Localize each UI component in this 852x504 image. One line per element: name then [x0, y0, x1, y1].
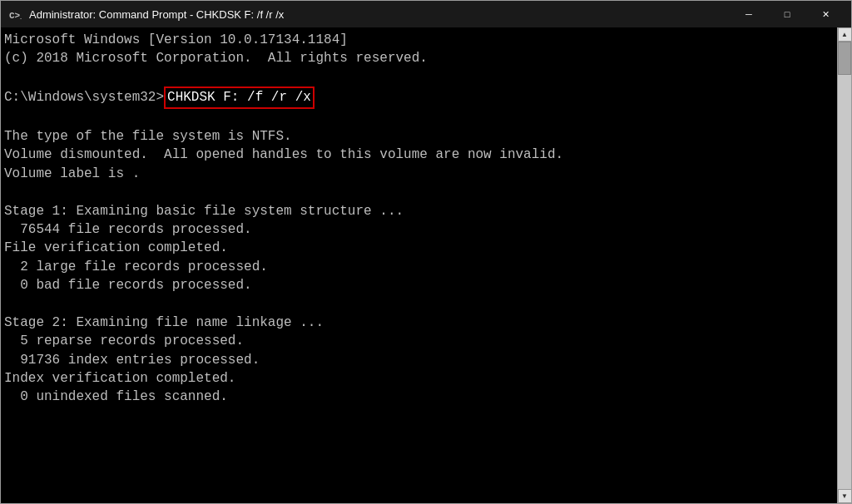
output-line-9 — [4, 183, 834, 201]
command-text: CHKDSK F: /f /r /x — [164, 86, 315, 108]
output-line-3 — [4, 68, 834, 86]
output-line-18: 91736 index entries processed. — [4, 351, 834, 369]
output-line-2: (c) 2018 Microsoft Corporation. All righ… — [4, 49, 834, 67]
scrollbar[interactable]: ▲ ▼ — [837, 27, 851, 503]
title-bar: C>_ Administrator: Command Prompt - CHKD… — [1, 1, 851, 27]
maximize-button[interactable]: □ — [768, 1, 806, 27]
minimize-button[interactable]: ─ — [730, 1, 768, 27]
window-controls: ─ □ ✕ — [730, 1, 845, 27]
output-line-12: File verification completed. — [4, 239, 834, 257]
output-line-17: 5 reparse records processed. — [4, 332, 834, 350]
output-line-14: 0 bad file records processed. — [4, 276, 834, 294]
window: C>_ Administrator: Command Prompt - CHKD… — [0, 0, 852, 504]
scroll-down-button[interactable]: ▼ — [838, 489, 852, 503]
scrollbar-thumb[interactable] — [838, 42, 851, 75]
output-line-6: The type of the file system is NTFS. — [4, 127, 834, 146]
terminal-output[interactable]: Microsoft Windows [Version 10.0.17134.11… — [1, 27, 837, 503]
output-line-11: 76544 file records processed. — [4, 220, 834, 239]
output-line-8: Volume label is . — [4, 165, 834, 183]
scrollbar-track[interactable] — [838, 42, 851, 489]
svg-text:C>_: C>_ — [9, 11, 22, 21]
output-line-15 — [4, 294, 834, 313]
close-button[interactable]: ✕ — [806, 1, 845, 27]
output-line-10: Stage 1: Examining basic file system str… — [4, 202, 834, 220]
scroll-up-button[interactable]: ▲ — [838, 27, 852, 42]
output-line-5 — [4, 109, 834, 127]
cmd-icon: C>_ — [7, 7, 22, 22]
output-line-1: Microsoft Windows [Version 10.0.17134.11… — [4, 31, 834, 49]
output-line-7: Volume dismounted. All opened handles to… — [4, 146, 834, 164]
output-line-16: Stage 2: Examining file name linkage ... — [4, 314, 834, 332]
content-area: Microsoft Windows [Version 10.0.17134.11… — [1, 27, 851, 503]
window-title: Administrator: Command Prompt - CHKDSK F… — [29, 8, 730, 21]
output-line-19: Index verification completed. — [4, 369, 834, 388]
command-line: C:\Windows\system32>CHKDSK F: /f /r /x — [4, 86, 834, 108]
prompt: C:\Windows\system32> — [4, 88, 164, 106]
output-line-20: 0 unindexed files scanned. — [4, 388, 834, 406]
output-line-13: 2 large file records processed. — [4, 258, 834, 276]
